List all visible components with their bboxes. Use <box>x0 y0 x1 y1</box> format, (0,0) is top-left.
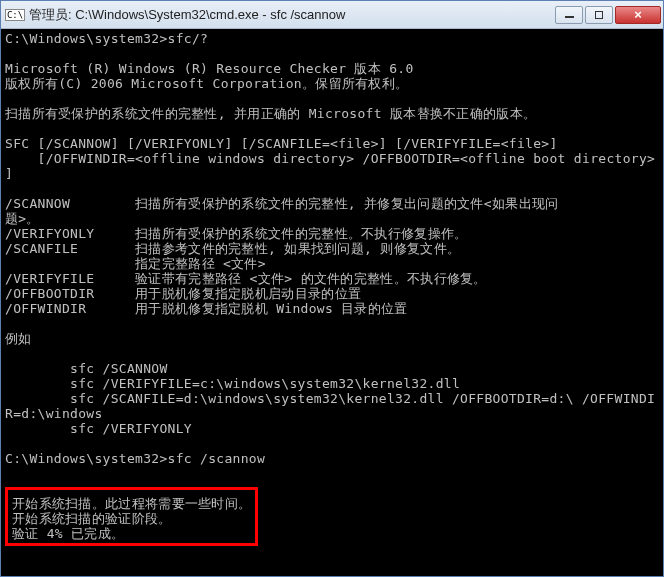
output-line: 验证 4% 已完成。 <box>12 526 251 541</box>
output-line: C:\Windows\system32>sfc /scannow <box>5 451 265 466</box>
cmd-window: C:\ 管理员: C:\Windows\System32\cmd.exe - s… <box>0 0 664 577</box>
maximize-button[interactable] <box>585 6 613 24</box>
output-line: sfc /VERIFYFILE=c:\windows\system32\kern… <box>5 376 460 391</box>
minimize-button[interactable] <box>555 6 583 24</box>
output-line: /VERIFYFILE 验证带有完整路径 <文件> 的文件的完整性。不执行修复。 <box>5 271 487 286</box>
output-line: [/OFFWINDIR=<offline windows directory> … <box>5 151 655 166</box>
output-line: 例如 <box>5 331 32 346</box>
output-line: 指定完整路径 <文件> <box>5 256 266 271</box>
output-line: Microsoft (R) Windows (R) Resource Check… <box>5 61 414 76</box>
titlebar[interactable]: C:\ 管理员: C:\Windows\System32\cmd.exe - s… <box>1 1 663 29</box>
output-line: /SCANNOW 扫描所有受保护的系统文件的完整性, 并修复出问题的文件<如果出… <box>5 196 558 211</box>
output-line: R=d:\windows <box>5 406 103 421</box>
output-line: 开始系统扫描的验证阶段。 <box>12 511 251 526</box>
output-line: 版权所有(C) 2006 Microsoft Corporation。保留所有权… <box>5 76 408 91</box>
output-line: /SCANFILE 扫描参考文件的完整性, 如果找到问题, 则修复文件。 <box>5 241 460 256</box>
output-line: 扫描所有受保护的系统文件的完整性, 并用正确的 Microsoft 版本替换不正… <box>5 106 536 121</box>
titlebar-controls: × <box>555 6 661 24</box>
output-line: 开始系统扫描。此过程将需要一些时间。 <box>12 496 251 511</box>
output-line: ] <box>5 166 13 181</box>
output-line: sfc /SCANFILE=d:\windows\system32\kernel… <box>5 391 655 406</box>
close-button[interactable]: × <box>615 6 661 24</box>
window-title: 管理员: C:\Windows\System32\cmd.exe - sfc /… <box>29 6 555 24</box>
highlight-box: 开始系统扫描。此过程将需要一些时间。开始系统扫描的验证阶段。验证 4% 已完成。 <box>5 487 258 546</box>
output-line: SFC [/SCANNOW] [/VERIFYONLY] [/SCANFILE=… <box>5 136 558 151</box>
output-line: /OFFBOOTDIR 用于脱机修复指定脱机启动目录的位置 <box>5 286 361 301</box>
cmd-icon: C:\ <box>7 7 23 23</box>
output-line: sfc /SCANNOW <box>5 361 168 376</box>
output-line: /OFFWINDIR 用于脱机修复指定脱机 Windows 目录的位置 <box>5 301 408 316</box>
output-line: /VERIFYONLY 扫描所有受保护的系统文件的完整性。不执行修复操作。 <box>5 226 468 241</box>
output-line: sfc /VERIFYONLY <box>5 421 192 436</box>
terminal-output[interactable]: C:\Windows\system32>sfc/? Microsoft (R) … <box>1 29 663 576</box>
output-line: C:\Windows\system32>sfc/? <box>5 31 208 46</box>
output-line: 题>。 <box>5 211 40 226</box>
